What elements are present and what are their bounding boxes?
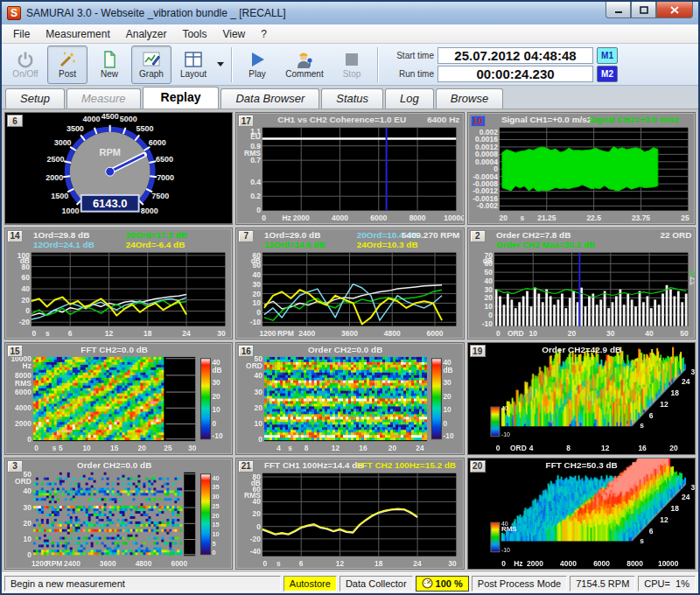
tab-log[interactable]: Log	[385, 88, 434, 108]
panel-chart: Order CH2=0.0 dB50ORD4030201004s81216202…	[236, 343, 463, 454]
panel-chart: FFT CH2=50.3 dB0Hz2000400060008000100003…	[468, 458, 695, 570]
window-title: SAMURAI 3.0 - Webseite _vibration bundle…	[26, 7, 695, 19]
menu-tools[interactable]: Tools	[174, 26, 214, 42]
gauge-readout: 6143.0	[93, 197, 128, 210]
panel-20[interactable]: 20FFT CH2=50.3 dB0Hz20004000600080001000…	[467, 458, 696, 570]
tab-replay[interactable]: Replay	[143, 87, 220, 108]
panel-14[interactable]: 141Ord=29.8 dB20Ord=17.3 dB12Ord=24.1 dB…	[4, 228, 233, 340]
comment-icon	[294, 50, 315, 69]
svg-text:2500: 2500	[46, 155, 64, 164]
post-button[interactable]: Post	[47, 46, 88, 84]
svg-text:20: 20	[138, 444, 147, 452]
panel-number-badge[interactable]: 2	[470, 230, 486, 242]
panel-2[interactable]: 2Order CH2=7.8 dBOrder CH2 Max=30.2 dB22…	[467, 228, 696, 340]
panel-number-badge[interactable]: 7	[238, 230, 254, 242]
bar	[569, 298, 571, 326]
svg-text:0: 0	[501, 558, 506, 567]
panel-grid: 6100015002000250030003500400045005000550…	[2, 109, 698, 572]
panel-6[interactable]: 6100015002000250030003500400045005000550…	[4, 112, 233, 225]
tab-setup[interactable]: Setup	[5, 88, 65, 108]
tab-status[interactable]: Status	[321, 88, 383, 108]
comment-button[interactable]: Comment	[279, 46, 330, 84]
svg-text:10: 10	[24, 535, 32, 543]
panel-10[interactable]: 10Signal CH1=+0.0 m/s2Signal CH2=+0.0 m/…	[467, 112, 696, 225]
stop-button[interactable]: Stop	[332, 46, 372, 84]
panel-number-badge[interactable]: 3	[7, 460, 23, 472]
panel-15[interactable]: 15FFT CH2=0.0 dB10000Hz8000RMS6000400020…	[4, 342, 233, 455]
bar	[657, 304, 660, 326]
svg-text:12Ord=14.6 dB: 12Ord=14.6 dB	[264, 239, 326, 248]
panel-17[interactable]: 17CH1 vs CH2 Coherence=1.0 EU6400 Hz1.1E…	[235, 112, 464, 225]
svg-text:30: 30	[484, 284, 493, 293]
m1-button[interactable]: M1	[597, 47, 618, 64]
svg-text:CH1 vs CH2 Coherence=1.0 EU: CH1 vs CH2 Coherence=1.0 EU	[278, 115, 407, 124]
svg-text:-10: -10	[481, 318, 493, 327]
onoff-button[interactable]: On/Off	[5, 46, 46, 84]
svg-text:1500: 1500	[51, 192, 68, 200]
svg-text:40: 40	[24, 486, 32, 494]
layout-button[interactable]: Layout	[173, 46, 214, 84]
svg-text:8: 8	[304, 444, 309, 452]
menu-measurement[interactable]: Measurement	[38, 26, 117, 42]
panel-number-badge[interactable]: 20	[470, 460, 486, 472]
data-collector-label: Data Collector	[340, 576, 413, 592]
panel-number-badge[interactable]: 21	[238, 460, 254, 472]
svg-text:4800: 4800	[136, 558, 152, 567]
bar	[599, 299, 602, 326]
svg-text:18: 18	[670, 503, 679, 512]
bar	[634, 306, 637, 326]
menu-file[interactable]: File	[5, 26, 38, 42]
graph-button[interactable]: Graph	[131, 46, 172, 84]
bar	[537, 293, 540, 326]
svg-text:FFT CH2=0.0 dB: FFT CH2=0.0 dB	[80, 345, 148, 354]
autostore-badge: Autostore	[284, 576, 337, 592]
tab-measure[interactable]: Measure	[66, 88, 141, 108]
play-button[interactable]: Play	[237, 46, 277, 84]
svg-text:Order CH2=0.0 dB: Order CH2=0.0 dB	[77, 459, 151, 469]
tab-browse[interactable]: Browse	[436, 88, 503, 108]
svg-text:4000: 4000	[560, 558, 577, 567]
tab-data-browser[interactable]: Data Browser	[220, 88, 319, 108]
panel-number-badge[interactable]: 16	[238, 345, 254, 357]
svg-text:5000: 5000	[120, 116, 137, 124]
bar	[561, 293, 564, 326]
svg-text:0: 0	[25, 306, 30, 315]
panel-number-badge[interactable]: 15	[7, 345, 23, 357]
panel-3[interactable]: 3Order CH2=0.0 dB50ORD4030201001200RPM24…	[4, 458, 233, 570]
panel-number-badge[interactable]: 6	[7, 115, 23, 127]
tab-bar: Setup Measure Replay Data Browser Status…	[2, 86, 698, 109]
layout-dropdown-arrow[interactable]	[215, 46, 226, 84]
minimize-button[interactable]	[606, 2, 631, 18]
bar	[572, 290, 575, 326]
panel-16[interactable]: 16Order CH2=0.0 dB50ORD4030201004s812162…	[235, 342, 464, 455]
svg-text:6000: 6000	[171, 558, 187, 567]
svg-text:Hz: Hz	[514, 558, 522, 567]
panel-19[interactable]: 19Order CH2=42.9 dB0ORD48121620302418126…	[467, 342, 696, 455]
panel-number-badge[interactable]: 19	[470, 345, 486, 357]
title-bar[interactable]: S SAMURAI 3.0 - Webseite _vibration bund…	[2, 2, 698, 24]
panel-chart: FFT CH1 100Hz=14.4 dBFFT CH2 100Hz=15.2 …	[236, 458, 463, 570]
svg-text:0: 0	[212, 548, 215, 556]
panel-number-badge[interactable]: 14	[7, 230, 23, 242]
close-button[interactable]	[656, 2, 693, 18]
svg-text:RPM: RPM	[46, 558, 63, 567]
svg-text:0: 0	[27, 435, 32, 444]
menu-view[interactable]: View	[214, 26, 253, 42]
run-time-label: Run time	[388, 69, 434, 79]
new-button[interactable]: New	[89, 46, 130, 84]
menu-analyzer[interactable]: Analyzer	[118, 26, 175, 42]
svg-text:6000: 6000	[149, 138, 166, 147]
panel-7[interactable]: 71Ord=29.0 dB20Ord=10.4 dB12Ord=14.6 dB2…	[235, 228, 464, 340]
bar	[514, 308, 517, 326]
panel-21[interactable]: 21FFT CH1 100Hz=14.4 dBFFT CH2 100Hz=15.…	[235, 458, 464, 570]
svg-text:1200: 1200	[260, 328, 276, 337]
menu-help[interactable]: ?	[253, 26, 275, 42]
bar	[549, 296, 551, 326]
maximize-button[interactable]	[631, 2, 656, 18]
panel-number-badge[interactable]: 10	[470, 115, 486, 127]
svg-text:2400: 2400	[64, 558, 80, 567]
svg-text:6400 Hz: 6400 Hz	[428, 115, 460, 124]
svg-text:30: 30	[217, 328, 226, 337]
m2-button[interactable]: M2	[597, 66, 618, 82]
panel-number-badge[interactable]: 17	[238, 115, 254, 127]
